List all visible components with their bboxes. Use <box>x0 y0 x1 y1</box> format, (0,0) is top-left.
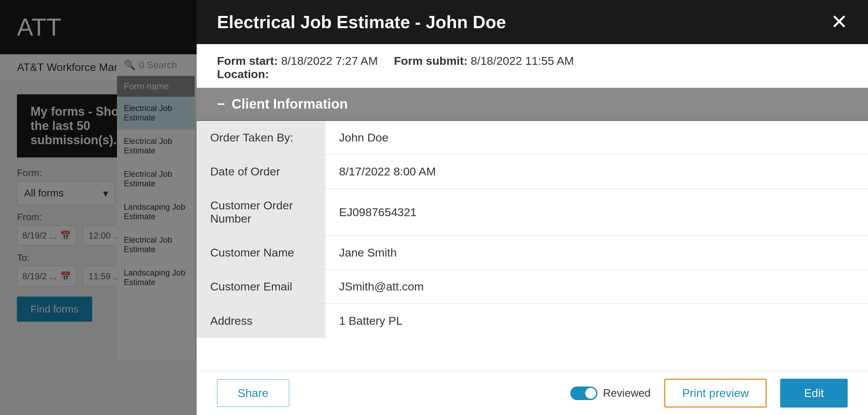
field-value: Jane Smith <box>326 236 868 269</box>
share-button[interactable]: Share <box>217 379 289 407</box>
reviewed-label: Reviewed <box>603 387 651 399</box>
field-label: Customer Order Number <box>197 189 326 235</box>
field-label: Address <box>197 304 326 338</box>
form-row: Customer EmailJSmith@att.com <box>197 270 868 304</box>
form-row: Order Taken By:John Doe <box>197 121 868 155</box>
form-row: Customer NameJane Smith <box>197 236 868 270</box>
field-value: 8/17/2022 8:00 AM <box>326 155 868 188</box>
field-value: 1 Battery PL <box>326 304 868 338</box>
modal-footer: Share Reviewed Print preview Edit <box>197 371 868 415</box>
form-row: Address1 Battery PL <box>197 304 868 338</box>
field-label: Date of Order <box>197 155 326 188</box>
close-button[interactable]: ✕ <box>831 12 848 32</box>
edit-button[interactable]: Edit <box>780 379 848 408</box>
form-row: Date of Order8/17/2022 8:00 AM <box>197 155 868 189</box>
section-header[interactable]: − Client Information <box>197 88 868 121</box>
field-value: JSmith@att.com <box>326 270 868 303</box>
form-row: Customer Order NumberEJ0987654321 <box>197 189 868 236</box>
field-label: Order Taken By: <box>197 121 326 154</box>
section-title: Client Information <box>232 96 348 112</box>
field-label: Customer Name <box>197 236 326 269</box>
reviewed-toggle[interactable] <box>570 386 597 400</box>
reviewed-toggle-group: Reviewed <box>570 386 651 400</box>
modal-body: − Client Information Order Taken By:John… <box>197 88 868 371</box>
toggle-knob <box>585 388 596 399</box>
print-preview-button[interactable]: Print preview <box>664 379 767 408</box>
modal-meta: Form start: 8/18/2022 7:27 AM Form submi… <box>197 44 868 88</box>
field-value: EJ0987654321 <box>326 189 868 235</box>
field-label: Customer Email <box>197 270 326 303</box>
modal-title: Electrical Job Estimate - John Doe <box>217 12 506 32</box>
modal-panel: Electrical Job Estimate - John Doe ✕ For… <box>197 0 868 415</box>
field-value: John Doe <box>326 121 868 154</box>
collapse-icon: − <box>217 96 225 112</box>
